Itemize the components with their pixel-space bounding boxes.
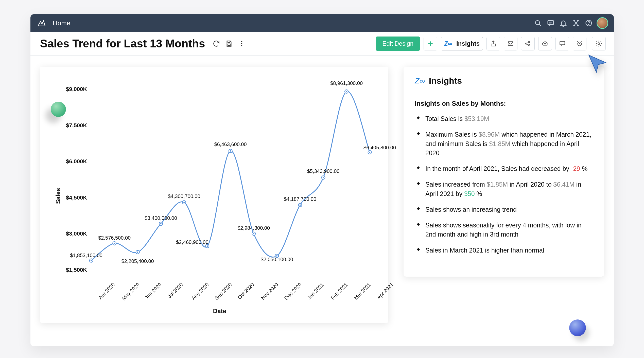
data-point-label: $3,400,000.00: [145, 215, 177, 221]
data-point-label: $8,961,300.00: [330, 80, 363, 86]
content-area: Sales Date $1,500K$3,000K$4,500K$6,000K$…: [30, 56, 614, 334]
svg-point-52: [346, 91, 347, 92]
svg-point-13: [241, 41, 242, 42]
svg-point-46: [276, 255, 277, 257]
more-options-icon[interactable]: [237, 39, 246, 48]
page-title: Sales Trend for Last 13 Months: [40, 37, 205, 50]
sales-line-chart: [46, 77, 380, 315]
alarm-icon[interactable]: [573, 37, 586, 50]
y-tick-label: $4,500K: [66, 194, 87, 201]
insight-item: Total Sales is $53.19M: [415, 114, 593, 123]
insights-panel: Z∞ Insights Insights on Sales by Months:…: [404, 67, 604, 277]
insights-heading-text: Insights: [429, 76, 462, 86]
data-point-label: $1,853,100.00: [70, 253, 102, 258]
insights-subheading: Insights on Sales by Months:: [415, 100, 593, 108]
refresh-icon[interactable]: [212, 39, 221, 48]
insights-button[interactable]: Z∞ Insights: [441, 37, 483, 50]
decorative-green-sphere: [51, 102, 66, 117]
help-icon[interactable]: [582, 17, 595, 29]
cloud-icon[interactable]: [538, 37, 552, 50]
insight-item: Sales in March 2021 is higher than norma…: [415, 246, 593, 255]
data-point-label: $2,460,900.00: [176, 239, 208, 245]
svg-point-48: [300, 204, 301, 206]
user-avatar[interactable]: [597, 17, 608, 29]
data-point-label: $2,050,100.00: [261, 257, 293, 262]
y-tick-label: $7,500K: [66, 122, 87, 129]
insights-button-label: Insights: [456, 40, 480, 47]
decorative-cursor-icon: [586, 52, 609, 76]
svg-point-34: [137, 252, 138, 253]
comments-icon[interactable]: [544, 17, 557, 29]
svg-point-14: [241, 43, 242, 44]
data-point-label: $2,576,500.00: [98, 235, 131, 241]
data-point-label: $6,463,600.00: [214, 141, 247, 147]
y-tick-label: $6,000K: [66, 158, 87, 165]
svg-point-36: [160, 223, 162, 224]
svg-point-11: [588, 24, 589, 25]
svg-line-24: [527, 44, 529, 45]
data-point-label: $4,187,700.00: [284, 196, 316, 202]
svg-point-54: [369, 152, 370, 153]
y-tick-label: $1,500K: [66, 267, 87, 273]
chat-icon[interactable]: [555, 37, 569, 50]
share-icon[interactable]: [521, 37, 535, 50]
svg-point-50: [323, 177, 324, 178]
edit-design-button[interactable]: Edit Design: [376, 37, 420, 51]
insight-item: Sales shows seasonality for every 4 mont…: [415, 221, 593, 239]
svg-point-30: [91, 260, 92, 261]
save-icon[interactable]: [225, 39, 233, 48]
svg-point-40: [207, 245, 208, 247]
insight-item: Sales increased from $1.85M in April 202…: [415, 180, 593, 198]
data-point-label: $5,343,900.00: [307, 168, 340, 174]
insight-item: Maximum Sales is $8.96M which happened i…: [415, 130, 593, 157]
y-tick-label: $3,000K: [66, 230, 87, 237]
decorative-blue-sphere: [569, 319, 586, 336]
y-axis-label: Sales: [55, 188, 62, 204]
insights-heading: Z∞ Insights: [415, 76, 593, 92]
page-header: Sales Trend for Last 13 Months Edit Desi…: [30, 32, 614, 56]
app-logo-icon[interactable]: [36, 17, 47, 29]
svg-point-38: [183, 202, 185, 203]
app-window: Home Sales Trend for Last 13 Months: [30, 14, 614, 346]
svg-rect-25: [560, 41, 565, 45]
search-icon[interactable]: [532, 17, 544, 29]
svg-point-15: [241, 45, 242, 46]
insight-item: Sales shows an increasing trend: [415, 205, 593, 214]
svg-point-27: [598, 43, 600, 45]
chart-card: Sales Date $1,500K$3,000K$4,500K$6,000K$…: [40, 67, 388, 323]
insight-item: In the month of April 2021, Sales had de…: [415, 164, 593, 173]
data-point-label: $4,300,700.00: [168, 193, 200, 199]
data-point-label: $2,984,300.00: [237, 225, 270, 231]
y-tick-label: $9,000K: [66, 86, 87, 93]
svg-point-1: [535, 21, 539, 25]
x-axis-label: Date: [213, 308, 226, 315]
mail-icon[interactable]: [504, 37, 517, 50]
svg-line-23: [527, 42, 529, 43]
svg-rect-19: [508, 42, 513, 45]
add-button[interactable]: [424, 37, 437, 50]
zia-icon: Z∞: [444, 40, 452, 47]
svg-rect-3: [548, 21, 554, 25]
export-icon[interactable]: [486, 37, 500, 50]
svg-point-32: [114, 243, 115, 244]
svg-line-2: [539, 24, 541, 26]
nav-home[interactable]: Home: [53, 19, 70, 27]
data-point-label: $6,405,800.00: [363, 145, 396, 151]
top-navbar: Home: [30, 14, 614, 32]
svg-rect-12: [228, 44, 230, 46]
data-point-label: $2,205,400.00: [121, 258, 154, 264]
svg-rect-18: [491, 44, 495, 46]
bell-icon[interactable]: [557, 17, 570, 29]
insights-list: Total Sales is $53.19MMaximum Sales is $…: [415, 114, 593, 255]
zia-icon: Z∞: [415, 77, 425, 85]
tools-icon[interactable]: [570, 17, 582, 29]
settings-icon[interactable]: [592, 37, 606, 50]
svg-point-44: [253, 233, 254, 234]
svg-point-42: [230, 150, 231, 152]
